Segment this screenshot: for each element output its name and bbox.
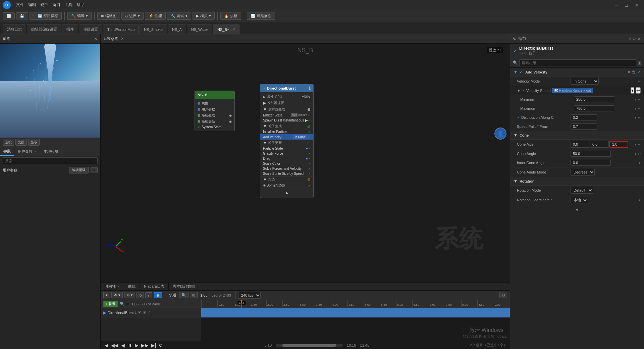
timeline-btn-view[interactable]: 👁 ▾ — [111, 292, 123, 298]
db-particle-spawn-header[interactable]: ▼ 粒子生成 ⊕ — [260, 123, 313, 129]
scalability-button[interactable]: 📊 可延展性 — [247, 12, 275, 20]
track-search-icon[interactable]: 🔍 — [120, 302, 124, 306]
rotation-mode-select[interactable]: Default Custom — [571, 187, 593, 194]
tab-close-ns-b[interactable]: ✕ — [232, 28, 235, 31]
pause-button[interactable]: ⏸ — [127, 343, 132, 348]
inner-cone-expand[interactable]: ▾ — [639, 161, 641, 165]
right-panel-close-button[interactable]: ✕ — [637, 36, 641, 42]
add-velocity-enable-toggle[interactable]: ✓ — [637, 70, 641, 74]
track-visibility-icon[interactable]: 👁 — [138, 310, 142, 315]
params-search-input[interactable] — [3, 157, 98, 164]
cone-section-header[interactable]: ▼ Cone — [510, 131, 644, 140]
system-overview-close[interactable]: ✕ — [121, 37, 124, 41]
rotation-coordinate-expand[interactable]: ▾ — [639, 198, 641, 202]
tab-niagara-log[interactable]: Niagara日志 — [140, 283, 169, 290]
minimum-expand[interactable]: ▾ — [635, 97, 637, 102]
debug-button[interactable]: 🔧 调试 ▾ — [167, 12, 191, 20]
track-expand-arrow[interactable]: ▶ — [103, 310, 106, 315]
timeline-btn-filter2[interactable]: ⊞ — [190, 292, 198, 298]
distribution-reset[interactable]: ↩ — [638, 115, 641, 120]
maximize-button[interactable]: □ — [623, 2, 631, 8]
track-enable-check[interactable]: ✓ — [147, 310, 150, 315]
tab-project-settings[interactable]: 项目设置 — [79, 24, 102, 34]
go-to-end-button[interactable]: ▶| — [151, 343, 156, 348]
distribution-expand[interactable]: ▾ — [635, 115, 637, 120]
tab-message-log[interactable]: 消息日志 — [3, 24, 26, 34]
menu-edit[interactable]: 编辑 — [28, 2, 36, 8]
inner-cone-angle-input[interactable] — [571, 160, 611, 166]
fps-select[interactable]: 240 fps 120 fps 60 fps — [238, 292, 261, 299]
timeline-scrollbar[interactable] — [276, 344, 343, 347]
cone-angle-input[interactable] — [571, 151, 611, 157]
cone-axis-z-input[interactable] — [609, 141, 628, 148]
step-forward-button[interactable]: ▶▶ — [141, 343, 149, 348]
loop-button[interactable]: ↻ — [159, 343, 163, 348]
distribution-input[interactable] — [571, 114, 597, 120]
tab-ns-a[interactable]: NS_A — [168, 24, 186, 34]
db-props-add[interactable]: +阶段 — [302, 94, 311, 99]
timeline-btn-search[interactable]: 🔍 — [179, 292, 189, 298]
details-search-input[interactable] — [519, 59, 636, 66]
minimum-reset[interactable]: ↩ — [638, 97, 641, 102]
compile-button[interactable]: 🔨 编译 ▾ — [67, 12, 92, 20]
nsb-item-attributes[interactable]: 属性 — [198, 100, 232, 106]
track-lock-icon[interactable]: ✳ — [143, 310, 146, 315]
track-filter-icon[interactable]: ⊞ — [126, 302, 129, 306]
preview-close-button[interactable]: ✕ — [94, 36, 98, 41]
velocity-mode-select[interactable]: In Cone From Point Direct — [571, 78, 599, 85]
cone-angle-reset[interactable]: ↩ — [638, 152, 641, 156]
tab-params[interactable]: 参数 — [0, 147, 14, 156]
tab-local-module[interactable]: 本地模块 — [40, 147, 62, 156]
db-properties-header[interactable]: ▶ 属性 CPU +阶段 — [260, 94, 313, 100]
timeline-btn-filter[interactable]: ⚙ ▾ — [124, 292, 135, 298]
bake-button[interactable]: 🔥 烘焙 — [220, 12, 241, 20]
tab-ns-b[interactable]: NS_B+ ✕ — [213, 24, 239, 34]
display-button[interactable]: 显示 — [28, 139, 40, 146]
tab-timeline[interactable]: 时间轴 ✕ — [101, 283, 124, 290]
menu-file[interactable]: 文件 — [16, 2, 24, 8]
minimize-button[interactable]: ─ — [612, 2, 621, 8]
db-emitter-events-header[interactable]: ▶ 发射器提要 — [260, 100, 313, 106]
db-render-header[interactable]: ▼ 渲染 ⊕ — [260, 176, 313, 183]
track-info-icon[interactable]: ℹ — [135, 310, 137, 315]
tab-user-params[interactable]: 用户参数 ✕ — [14, 147, 40, 156]
simulate-button[interactable]: ▶ 模拟 ▾ — [193, 12, 215, 20]
tab-editor-prefs[interactable]: 编辑器偏好设置 — [27, 24, 61, 34]
module-enable-checkbox[interactable]: ✓ — [514, 48, 517, 53]
velocity-speed-expand[interactable]: ▼ — [517, 89, 521, 93]
lighting-button[interactable]: 光照 — [15, 139, 27, 146]
nsb-item-system-update[interactable]: 系统更新 ⊕ — [198, 118, 232, 124]
save-button[interactable]: 💾 — [16, 12, 28, 19]
add-param-button[interactable]: + — [91, 167, 98, 173]
maximum-reset[interactable]: ↩ — [638, 106, 641, 111]
velocity-mode-reset[interactable]: ↩ — [638, 79, 641, 84]
velocity-speed-reset[interactable]: ↩ — [636, 87, 641, 94]
maximum-input[interactable] — [574, 105, 614, 111]
db-particle-update-header[interactable]: ▼ 粒子更新 ⊕ — [260, 140, 313, 146]
add-velocity-checkbox[interactable]: ✓ — [520, 69, 523, 74]
tab-timeline-close[interactable]: ✕ — [117, 285, 120, 288]
nsb-item-system-spawn[interactable]: 系统生成 ⊕ — [198, 112, 232, 118]
add-velocity-section-header[interactable]: ▼ ✓ Add Velocity ✕ 🗑 ✓ — [510, 68, 644, 77]
timeline-btn-snap[interactable]: ◇ — [137, 292, 144, 298]
rotation-coordinate-select[interactable]: 本地 世界 — [571, 197, 588, 203]
tab-script-stats[interactable]: 脚本统计数据 — [169, 283, 199, 290]
apply-save-button[interactable]: ↩ 🔄 应用保存 — [30, 12, 62, 20]
right-panel-settings-button[interactable]: ⚙ — [632, 37, 636, 41]
tab-ns-smoke[interactable]: NS_Smoke — [140, 24, 167, 34]
right-panel-info-button[interactable]: ℹ — [629, 37, 631, 41]
bounds-button[interactable]: ◇ 边界 ▾ — [121, 12, 144, 20]
timeline-btn-record[interactable]: ⏺ — [154, 292, 162, 298]
new-button[interactable]: ⬜ — [3, 12, 15, 19]
edit-level-button[interactable]: 编辑层级 — [69, 167, 89, 173]
add-track-button[interactable]: + 轨道 — [103, 301, 118, 307]
cone-angle-expand[interactable]: ▾ — [635, 152, 637, 156]
cone-axis-reset[interactable]: ↩ — [638, 142, 641, 147]
cone-angle-mode-select[interactable]: Degrees Radians — [571, 169, 595, 176]
db-add-velocity-row[interactable]: Add Velocity In Cone ✓ — [260, 134, 313, 140]
nsb-item-user-params[interactable]: 用户参数 — [198, 106, 232, 112]
velocity-speed-expand-button[interactable]: ▾ — [631, 87, 634, 94]
menu-tools[interactable]: 工具 — [64, 2, 72, 8]
tab-ns-water[interactable]: NS_Water — [187, 24, 212, 34]
timeline-btn-auto-key[interactable]: ⬦ — [145, 292, 152, 298]
